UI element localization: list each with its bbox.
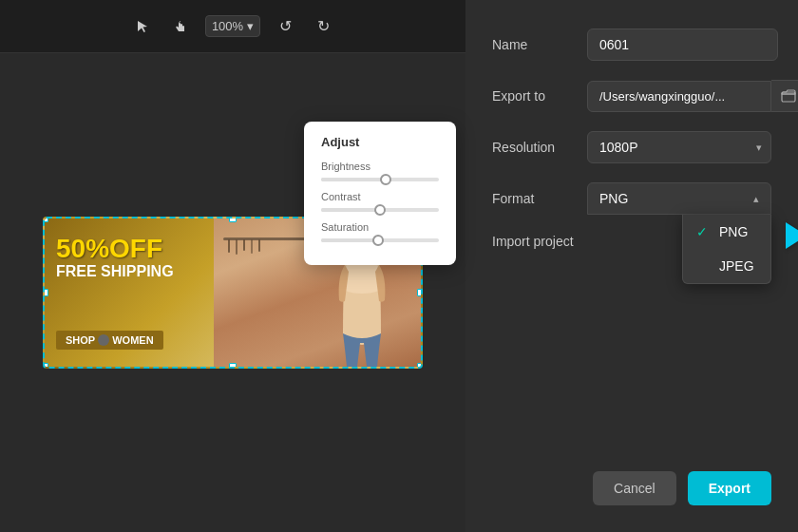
resize-handle-bm[interactable]: [229, 363, 237, 369]
resize-handle-ml[interactable]: [43, 289, 48, 296]
saturation-thumb[interactable]: [372, 235, 384, 246]
brightness-row: Brightness: [321, 161, 439, 181]
format-select-container: PNG ▴ ✓ PNG ✓ JPEG: [587, 182, 771, 215]
format-row: Format PNG ▴ ✓ PNG ✓ JPEG: [492, 182, 771, 215]
name-row: Name: [492, 28, 771, 61]
brightness-slider[interactable]: [321, 178, 439, 181]
contrast-slider[interactable]: [321, 208, 439, 212]
resolution-label: Resolution: [492, 140, 587, 155]
resolution-select-wrapper: 1080P 720P 4K ▾: [587, 131, 771, 163]
format-option-jpeg-label: JPEG: [719, 258, 754, 274]
banner-text: 50%OFF FREE SHIPPING: [56, 236, 174, 280]
zoom-selector[interactable]: 100% ▾: [205, 15, 260, 37]
free-shipping-text: FREE SHIPPING: [56, 262, 174, 280]
saturation-row: Saturation: [321, 221, 439, 242]
resolution-select[interactable]: 1080P 720P 4K: [587, 131, 771, 163]
contrast-label: Contrast: [321, 191, 439, 202]
adjust-title: Adjust: [321, 135, 439, 149]
format-select-display[interactable]: PNG ▴: [587, 182, 771, 215]
format-label: Format: [492, 191, 587, 206]
contrast-thumb[interactable]: [374, 204, 386, 216]
export-to-label: Export to: [492, 88, 587, 104]
format-option-jpeg[interactable]: ✓ JPEG: [683, 249, 770, 283]
format-current-value: PNG: [599, 191, 628, 206]
name-label: Name: [492, 37, 587, 52]
export-button[interactable]: Export: [688, 471, 771, 505]
toolbar: 100% ▾ ↺ ↻: [0, 0, 466, 53]
resize-handle-mr[interactable]: [417, 289, 423, 296]
folder-browse-button[interactable]: [771, 80, 798, 112]
name-input[interactable]: [587, 28, 778, 61]
canvas-area: 100% ▾ ↺ ↻: [0, 0, 466, 532]
cursor-triangle-icon: [786, 222, 798, 249]
brightness-thumb[interactable]: [380, 174, 391, 185]
brightness-label: Brightness: [321, 161, 439, 172]
zoom-value: 100%: [212, 19, 243, 33]
saturation-slider[interactable]: [321, 238, 439, 242]
undo-button[interactable]: ↺: [272, 13, 298, 40]
resize-handle-br[interactable]: [417, 363, 423, 369]
format-chevron-up-icon: ▴: [753, 193, 759, 205]
shop-icon: [98, 334, 109, 346]
format-dropdown: ✓ PNG ✓ JPEG: [682, 215, 771, 284]
contrast-row: Contrast: [321, 191, 439, 212]
hand-tool[interactable]: [167, 13, 194, 40]
resolution-row: Resolution 1080P 720P 4K ▾: [492, 131, 771, 163]
cursor-pointer: [786, 222, 798, 249]
check-mark-icon: ✓: [696, 224, 712, 239]
export-path-input[interactable]: [587, 81, 771, 112]
resize-handle-bl[interactable]: [43, 363, 48, 369]
redo-button[interactable]: ↻: [310, 13, 336, 40]
resize-handle-tl[interactable]: [43, 217, 48, 222]
right-panel: Name Export to Resolution 1080P 720P 4K: [466, 0, 798, 532]
format-option-png-label: PNG: [719, 224, 748, 239]
resize-handle-tm[interactable]: [229, 217, 237, 222]
contrast-fill: [321, 208, 380, 212]
adjust-panel: Adjust Brightness Contrast Saturation: [304, 122, 456, 265]
select-tool[interactable]: [129, 13, 156, 40]
format-option-png[interactable]: ✓ PNG: [683, 215, 770, 249]
import-project-label: Import project: [492, 234, 587, 249]
jpeg-check-placeholder: ✓: [696, 258, 712, 274]
export-path-wrapper: [587, 80, 798, 112]
saturation-label: Saturation: [321, 221, 439, 233]
brightness-fill: [321, 178, 386, 181]
saturation-fill: [321, 238, 378, 242]
bottom-actions: Cancel Export: [593, 471, 771, 505]
export-to-row: Export to: [492, 80, 771, 112]
shop-button: SHOP WOMEN: [56, 331, 163, 350]
cancel-button[interactable]: Cancel: [593, 471, 676, 505]
canvas-content: 50%OFF FREE SHIPPING SHOP WOMEN Adjust: [0, 53, 466, 532]
percent-off-text: 50%OFF: [56, 236, 174, 262]
